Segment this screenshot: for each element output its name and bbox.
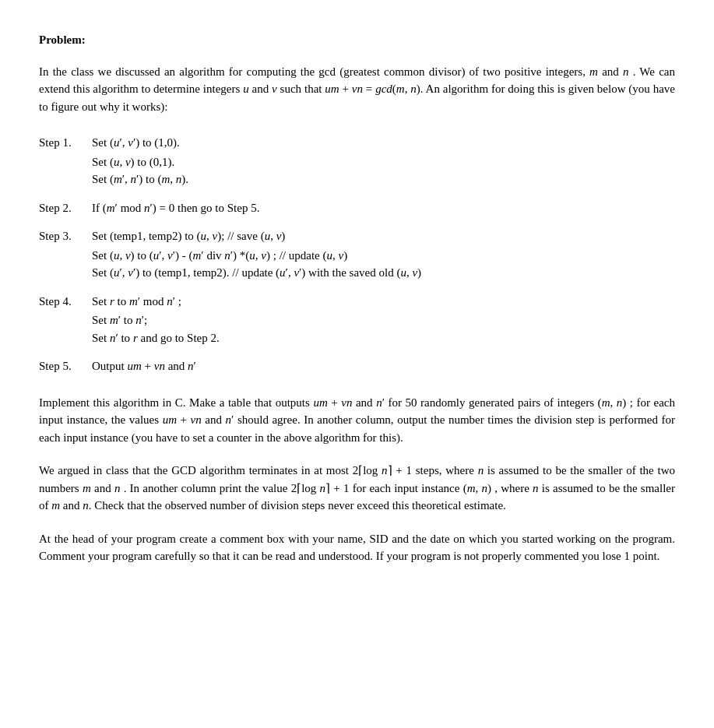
- step-2-block: Step 2. If (m′ mod n′) = 0 then go to St…: [39, 199, 675, 217]
- step-5-label: Step 5.: [39, 357, 92, 375]
- step-3-block: Step 3. Set (temp1, temp2) to (u, v); //…: [39, 227, 675, 282]
- var-u: u: [243, 83, 249, 95]
- page: Problem: In the class we discussed an al…: [39, 31, 675, 565]
- step-1-label: Step 1.: [39, 134, 92, 152]
- step-3-label: Step 3.: [39, 227, 92, 245]
- impl-paragraph-3: At the head of your program create a com…: [39, 530, 675, 565]
- impl-paragraph-2: We argued in class that the GCD algorith…: [39, 462, 675, 515]
- step-1-line3: Set (m′, n′) to (m, n).: [39, 171, 675, 188]
- step-2-line1: If (m′ mod n′) = 0 then go to Step 5.: [92, 199, 675, 217]
- step-4-line2: Set m′ to n′;: [39, 311, 675, 329]
- step-2-label: Step 2.: [39, 199, 92, 217]
- intro-paragraph: In the class we discussed an algorithm f…: [39, 63, 675, 116]
- var-v: v: [272, 83, 277, 95]
- step-5-header: Step 5. Output um + vn and n′: [39, 357, 675, 375]
- step-1-block: Step 1. Set (u′, v′) to (1,0). Set (u, v…: [39, 134, 675, 188]
- step-4-block: Step 4. Set r to m′ mod n′ ; Set m′ to n…: [39, 293, 675, 347]
- step-3-header: Step 3. Set (temp1, temp2) to (u, v); //…: [39, 227, 675, 245]
- step-3-line3: Set (u′, v′) to (temp1, temp2). // updat…: [39, 264, 675, 282]
- var-m: m: [589, 65, 598, 78]
- gcd: gcd: [375, 83, 392, 95]
- step-3-line2: Set (u, v) to (u′, v′) - (m′ div n′) *(u…: [39, 247, 675, 265]
- impl-paragraph-1: Implement this algorithm in C. Make a ta…: [39, 394, 675, 447]
- step-4-label: Step 4.: [39, 293, 92, 311]
- var-n: n: [623, 65, 629, 78]
- step-3-line1: Set (temp1, temp2) to (u, v); // save (u…: [92, 227, 675, 245]
- step-4-line3: Set n′ to r and go to Step 2.: [39, 329, 675, 347]
- step-4-header: Step 4. Set r to m′ mod n′ ;: [39, 293, 675, 311]
- step-2-header: Step 2. If (m′ mod n′) = 0 then go to St…: [39, 199, 675, 217]
- n2: n: [410, 83, 417, 95]
- equation: um: [325, 83, 339, 95]
- algorithm-section: Step 1. Set (u′, v′) to (1,0). Set (u, v…: [39, 134, 675, 375]
- step-4-line1: Set r to m′ mod n′ ;: [92, 293, 675, 311]
- vn: vn: [352, 83, 363, 95]
- step-1-line1: Set (u′, v′) to (1,0).: [92, 134, 675, 152]
- step-1-line2: Set (u, v) to (0,1).: [39, 153, 675, 171]
- step-1-header: Step 1. Set (u′, v′) to (1,0).: [39, 134, 675, 152]
- m2: m: [396, 83, 405, 95]
- step-5-block: Step 5. Output um + vn and n′: [39, 357, 675, 375]
- step-5-line1: Output um + vn and n′: [92, 357, 675, 375]
- problem-title: Problem:: [39, 31, 675, 49]
